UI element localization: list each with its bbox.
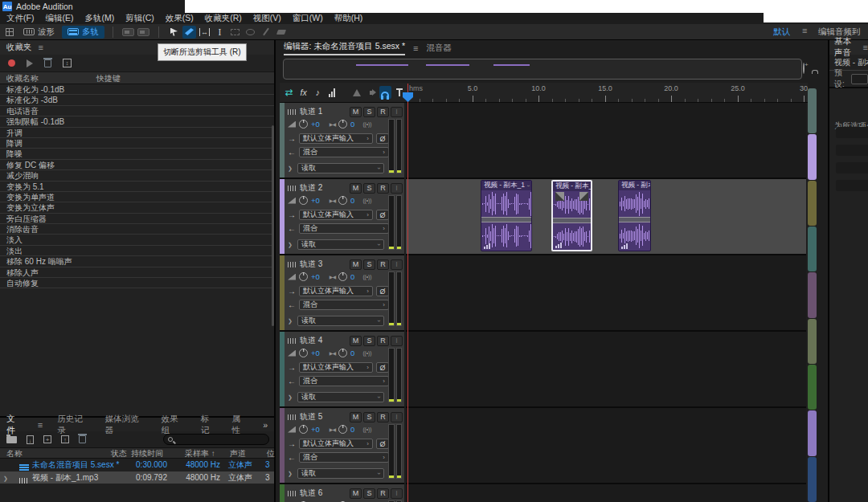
input-dropdown[interactable]: 默认立体声输入›	[299, 133, 373, 144]
files-panel-menu-icon[interactable]: ≡	[38, 420, 43, 430]
output-dropdown[interactable]: 混合›	[299, 300, 389, 310]
menu-item[interactable]: 窗口(W)	[293, 13, 323, 24]
automation-dropdown[interactable]: 读取›	[297, 468, 384, 479]
fade-in-handle[interactable]	[555, 192, 564, 201]
workspace-menu-icon[interactable]: ≡	[802, 26, 807, 35]
mix-type-button[interactable]	[836, 145, 868, 156]
track-solo-button[interactable]: S	[363, 336, 375, 346]
track-arm-button[interactable]: R	[377, 259, 389, 270]
phase-invert-button[interactable]: Ø	[376, 362, 389, 373]
files-column-header[interactable]: 声道	[230, 448, 246, 459]
track-mute-button[interactable]: M	[350, 259, 362, 270]
track-input-monitor-button[interactable]: I	[391, 107, 403, 117]
pan-knob[interactable]	[338, 349, 347, 357]
waveform-view-button[interactable]: 波形	[18, 26, 60, 39]
spectral-display-icon[interactable]	[121, 26, 135, 39]
menu-item[interactable]: 帮助(H)	[334, 13, 363, 24]
track-lane[interactable]	[406, 103, 806, 179]
track-input-monitor-button[interactable]: I	[391, 488, 403, 499]
slip-tool-icon[interactable]: ↔	[198, 26, 211, 39]
output-dropdown[interactable]: 混合›	[299, 147, 389, 157]
open-file-icon[interactable]	[6, 436, 17, 443]
favorite-item[interactable]: 移除 60 Hz 嗡嗡声	[0, 256, 274, 267]
track-arm-button[interactable]: R	[377, 107, 389, 117]
volume-knob[interactable]	[299, 120, 308, 129]
track-lane[interactable]	[406, 332, 806, 408]
export-icon[interactable]: ↑	[61, 435, 69, 443]
import-file-icon[interactable]: ↓	[27, 435, 34, 444]
track-lane[interactable]	[406, 255, 806, 332]
favorite-item[interactable]: 强制限幅 -0.1dB	[0, 116, 274, 127]
navigator-track-segment[interactable]	[808, 365, 817, 410]
navigator-track-segment[interactable]	[808, 227, 817, 271]
menu-item[interactable]: 效果(S)	[166, 13, 194, 24]
navigator-track-segment[interactable]	[808, 272, 817, 317]
track-name[interactable]: 轨道 3	[300, 259, 322, 270]
track-solo-button[interactable]: S	[363, 488, 375, 499]
menu-item[interactable]: 文件(F)	[6, 13, 34, 24]
favorites-scrollbar[interactable]	[272, 125, 274, 326]
essential-sound-menu-icon[interactable]: ≡	[863, 43, 868, 52]
new-item-icon[interactable]: +	[43, 435, 51, 443]
track-lane[interactable]	[406, 484, 806, 502]
favorite-item[interactable]: 降调	[0, 138, 274, 149]
favorite-item[interactable]: 减少混响	[0, 170, 274, 181]
track-name[interactable]: 轨道 2	[300, 182, 322, 194]
files-column-header[interactable]: 名称	[6, 448, 23, 459]
vertical-track-navigator[interactable]	[808, 88, 817, 502]
panel-grid-icon[interactable]	[2, 26, 16, 39]
play-favorite-icon[interactable]	[27, 59, 33, 67]
input-dropdown[interactable]: 默认立体声输入›	[299, 362, 373, 373]
volume-knob[interactable]	[299, 196, 308, 205]
favorite-item[interactable]: 移除人声	[0, 267, 274, 278]
metronome-icon[interactable]: ♪	[311, 86, 324, 99]
navigator-track-segment[interactable]	[808, 88, 817, 133]
track-solo-button[interactable]: S	[363, 183, 375, 194]
razor-tool-icon[interactable]	[182, 26, 196, 39]
delete-file-icon[interactable]	[79, 435, 86, 443]
warning-icon[interactable]	[350, 86, 363, 99]
timeline-ruler[interactable]: hms 5.010.015.020.025.030	[406, 83, 808, 103]
menu-item[interactable]: 收藏夹(R)	[205, 13, 242, 24]
output-dropdown[interactable]: 混合›	[299, 376, 389, 386]
track-input-monitor-button[interactable]: I	[391, 336, 403, 346]
expand-chevron-icon[interactable]: ❯	[288, 165, 293, 172]
apply-favorite-icon[interactable]: ↕	[63, 59, 72, 67]
expand-chevron-icon[interactable]: ❯	[288, 394, 293, 401]
fade-out-handle[interactable]	[579, 192, 588, 201]
tabs-overflow-icon[interactable]: »	[263, 420, 268, 430]
files-column-header[interactable]: 采样率 ↑	[185, 448, 215, 459]
menu-item[interactable]: 编辑(E)	[45, 13, 73, 24]
sync-toggle-icon[interactable]: ⇄	[283, 86, 296, 99]
track-lane[interactable]	[406, 408, 806, 484]
favorite-item[interactable]: 消除齿音	[0, 224, 274, 235]
preset-dropdown[interactable]	[851, 74, 868, 84]
track-name[interactable]: 轨道 6	[300, 488, 322, 499]
pan-knob[interactable]	[338, 272, 347, 281]
headphone-monitor-icon[interactable]	[379, 86, 392, 99]
favorite-item[interactable]: 降噪	[0, 149, 274, 159]
files-column-header[interactable]: 位	[267, 448, 275, 459]
track-arm-button[interactable]: R	[377, 336, 389, 346]
track-lane[interactable]: 视频 - 副本_1›视频 - 副本_1›视频 - 副本_1›	[406, 179, 806, 255]
favorites-panel-menu-icon[interactable]: ≡	[39, 43, 43, 52]
automation-dropdown[interactable]: 读取›	[297, 316, 384, 326]
speaker-icon[interactable]	[365, 86, 378, 99]
favorite-item[interactable]: 修复 DC 偏移	[0, 160, 274, 170]
multitrack-view-button[interactable]: 多轨	[62, 26, 104, 39]
track-input-monitor-button[interactable]: I	[391, 412, 403, 422]
zoom-overview-bar[interactable]	[283, 59, 802, 80]
record-favorite-icon[interactable]	[8, 59, 15, 67]
delete-favorite-icon[interactable]	[44, 59, 51, 67]
files-search-input[interactable]	[163, 434, 269, 445]
volume-knob[interactable]	[299, 425, 308, 434]
favorite-item[interactable]: 变换为 5.1	[0, 182, 274, 192]
pan-knob[interactable]	[338, 120, 347, 129]
favorite-item[interactable]: 自动修复	[0, 278, 274, 288]
track-name[interactable]: 轨道 1	[300, 106, 322, 117]
workspace-default-button[interactable]: 默认	[773, 27, 790, 38]
phase-invert-button[interactable]: Ø	[376, 210, 389, 220]
menu-item[interactable]: 剪辑(C)	[125, 13, 154, 24]
mix-type-button[interactable]	[836, 127, 868, 138]
expand-chevron-icon[interactable]: ❯	[288, 242, 293, 248]
